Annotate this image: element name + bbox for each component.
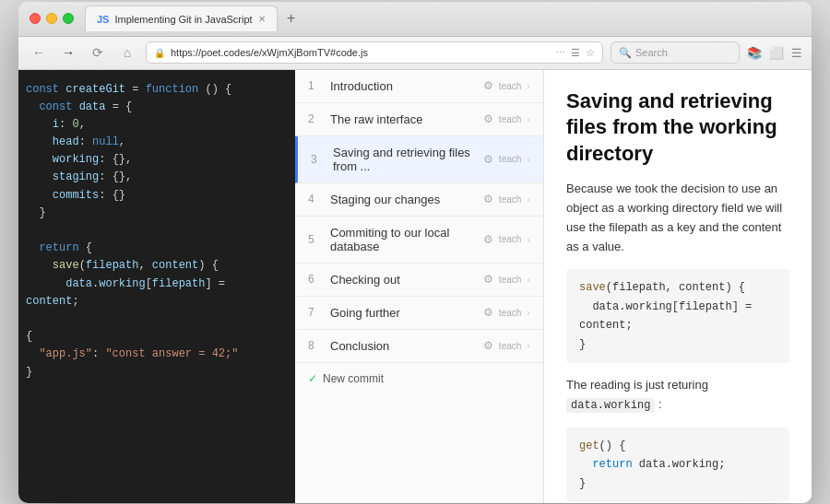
code-line: const data = {	[26, 99, 288, 116]
close-button[interactable]	[30, 13, 41, 24]
teach-label: teach	[499, 194, 521, 205]
new-commit-label: New commit	[323, 372, 384, 385]
chevron-right-icon: ›	[527, 307, 530, 318]
code-line: save(filepath, content) {	[26, 257, 288, 275]
code-block-line: save(filepath, content) {	[579, 278, 777, 297]
toc-actions: ⚙ teach ›	[483, 233, 530, 246]
toc-panel: 1 Introduction ⚙ teach › 2 The raw inter…	[295, 70, 544, 503]
check-icon: ✓	[308, 372, 317, 385]
toc-num: 5	[308, 233, 323, 246]
gear-icon[interactable]: ⚙	[483, 306, 493, 319]
content-area: const createGit = function () { const da…	[18, 70, 812, 503]
browser-window: JS Implementing Git in JavaScript ✕ + ← …	[18, 2, 812, 503]
toc-label: Going further	[330, 306, 483, 320]
toc-item-5[interactable]: 5 Commiting to our local database ⚙ teac…	[295, 217, 543, 264]
gear-icon[interactable]: ⚙	[483, 112, 493, 125]
toc-num: 1	[308, 79, 323, 92]
gear-icon[interactable]: ⚙	[483, 79, 493, 92]
address-bar[interactable]: 🔒 https://poet.codes/e/xWjmXjBomTV#code.…	[146, 41, 603, 64]
tab-icon: JS	[97, 14, 109, 25]
chevron-right-icon: ›	[527, 340, 530, 351]
teach-label: teach	[499, 81, 521, 91]
library-icon[interactable]: 📚	[747, 46, 762, 60]
toolbar: ← → ⟳ ⌂ 🔒 https://poet.codes/e/xWjmXjBom…	[18, 37, 812, 70]
code-line: return {	[26, 240, 288, 257]
tab-close-icon[interactable]: ✕	[258, 14, 266, 24]
toc-label: Checking out	[330, 273, 483, 287]
toc-num: 4	[308, 193, 323, 205]
reload-button[interactable]: ⟳	[87, 41, 109, 64]
main-panel: Saving and retrieving files from the wor…	[544, 70, 812, 503]
teach-label: teach	[499, 114, 521, 124]
bookmark-icon[interactable]: ⋯	[555, 47, 565, 59]
code-panel: const createGit = function () { const da…	[18, 70, 295, 503]
chevron-right-icon: ›	[527, 154, 530, 165]
forward-button[interactable]: →	[57, 41, 79, 64]
home-button[interactable]: ⌂	[116, 41, 138, 64]
toc-item-6[interactable]: 6 Checking out ⚙ teach ›	[295, 264, 543, 297]
toolbar-right: 📚 ⬜ ☰	[747, 46, 802, 60]
toc-label: The raw interface	[330, 112, 483, 126]
toc-item-2[interactable]: 2 The raw interface ⚙ teach ›	[295, 103, 543, 136]
chevron-right-icon: ›	[527, 113, 530, 124]
teach-label: teach	[499, 234, 521, 244]
tab-area: JS Implementing Git in JavaScript ✕ +	[85, 6, 800, 31]
toc-item-1[interactable]: 1 Introduction ⚙ teach ›	[295, 70, 543, 103]
reading-text: The reading is just returing data.workin…	[566, 376, 789, 415]
toc-label: Staging our changes	[330, 193, 483, 206]
titlebar: JS Implementing Git in JavaScript ✕ +	[18, 2, 812, 37]
code-block-line: data.working[filepath] = content;	[579, 298, 777, 335]
toc-label: Introduction	[330, 79, 483, 93]
toc-label: Conclusion	[330, 339, 483, 353]
inline-code: data.working	[566, 398, 655, 413]
code-line: content;	[26, 293, 288, 311]
menu-icon[interactable]: ☰	[791, 46, 802, 60]
code-line	[26, 222, 288, 240]
search-bar[interactable]: 🔍 Search	[611, 41, 740, 64]
toc-item-4[interactable]: 4 Staging our changes ⚙ teach ›	[295, 183, 543, 217]
back-button[interactable]: ←	[28, 41, 50, 64]
gear-icon[interactable]: ⚙	[483, 273, 493, 286]
gear-icon[interactable]: ⚙	[483, 233, 493, 246]
gear-icon[interactable]: ⚙	[483, 153, 493, 166]
toc-label: Commiting to our local database	[330, 226, 483, 253]
tab-label: Implementing Git in JavaScript	[114, 14, 252, 25]
toc-actions: ⚙ teach ›	[483, 79, 530, 92]
browser-tab[interactable]: JS Implementing Git in JavaScript ✕	[85, 6, 278, 31]
minimize-button[interactable]	[46, 13, 57, 24]
code-line: i: 0,	[26, 116, 288, 134]
search-placeholder: Search	[635, 47, 668, 58]
code-block-2: get() { return data.working; }	[566, 428, 789, 502]
sidebar-icon[interactable]: ⬜	[769, 46, 784, 60]
star-icon[interactable]: ☆	[586, 47, 595, 59]
toc-num: 2	[308, 112, 323, 125]
code-line: staging: {},	[26, 169, 288, 186]
toc-num: 7	[308, 306, 323, 319]
code-line: {	[26, 328, 288, 346]
code-line: head: null,	[26, 134, 288, 151]
toc-num: 3	[311, 153, 326, 166]
code-block-line: }	[579, 475, 777, 493]
lock-icon: 🔒	[154, 48, 165, 58]
toc-actions: ⚙ teach ›	[483, 153, 530, 166]
traffic-lights	[30, 13, 74, 24]
toc-actions: ⚙ teach ›	[483, 339, 530, 352]
code-block-line: return data.working;	[579, 455, 777, 474]
code-block-line: get() {	[579, 437, 777, 455]
new-tab-button[interactable]: +	[281, 8, 302, 29]
toc-item-7[interactable]: 7 Going further ⚙ teach ›	[295, 297, 543, 330]
code-line: data.working[filepath] =	[26, 275, 288, 293]
toc-item-3[interactable]: 3 Saving and retrieving files from ... ⚙…	[295, 136, 543, 183]
maximize-button[interactable]	[63, 13, 74, 24]
code-line: working: {},	[26, 151, 288, 169]
new-commit[interactable]: ✓ New commit	[295, 363, 543, 394]
code-line: }	[26, 205, 288, 222]
search-icon: 🔍	[619, 47, 632, 59]
reading-text-before: The reading is just returing	[566, 378, 708, 392]
code-block-line: }	[579, 335, 777, 354]
gear-icon[interactable]: ⚙	[483, 193, 493, 205]
reading-icon[interactable]: ☰	[571, 47, 580, 59]
toc-item-8[interactable]: 8 Conclusion ⚙ teach ›	[295, 330, 543, 363]
gear-icon[interactable]: ⚙	[483, 339, 493, 352]
url-text: https://poet.codes/e/xWjmXjBomTV#code.js	[171, 47, 550, 58]
